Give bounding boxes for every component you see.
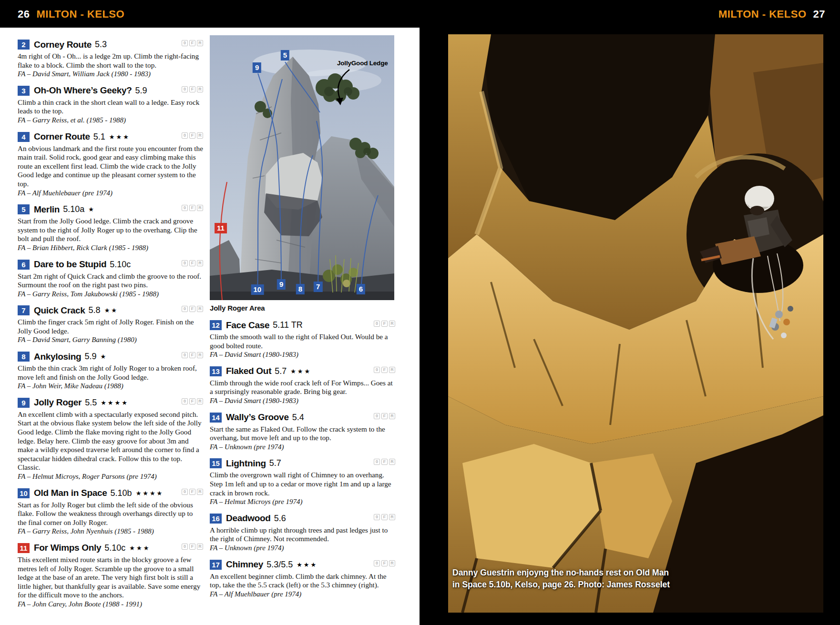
attribute-box-r: R xyxy=(197,260,203,266)
route-header: 2 Corney Route 5.3 0FR xyxy=(18,39,203,50)
attribute-box-0: 0 xyxy=(182,306,188,312)
route-header: 11 For Wimps Only 5.10c ★★★ 0FR xyxy=(18,543,203,554)
route-stars: ★ xyxy=(88,206,95,213)
route-name: Old Man in Space xyxy=(34,488,107,498)
attribute-box-f: F xyxy=(189,398,195,404)
route-number-badge: 13 xyxy=(210,366,222,376)
route-header: 5 Merlin 5.10a ★ 0FR xyxy=(18,204,203,215)
attribute-box-0: 0 xyxy=(182,544,188,550)
attribute-box-f: F xyxy=(189,306,195,312)
attribute-box-r: R xyxy=(389,459,395,465)
page-title-left: MILTON - KELSO xyxy=(36,8,124,20)
route-attribute-boxes: 0FR xyxy=(374,367,395,373)
route-first-ascent: FA – Unknown (pre 1974) xyxy=(210,443,395,452)
attribute-box-r: R xyxy=(197,352,203,358)
attribute-box-0: 0 xyxy=(182,205,188,211)
route-stars: ★★★ xyxy=(297,561,318,568)
route-number-badge: 12 xyxy=(210,320,222,330)
route-first-ascent: FA – Alf Muehlebauer (pre 1974) xyxy=(18,189,203,198)
crag-illustration xyxy=(210,35,394,300)
attribute-box-f: F xyxy=(381,321,388,327)
attribute-box-0: 0 xyxy=(182,260,188,266)
attribute-box-0: 0 xyxy=(374,367,380,373)
route-name: Face Case xyxy=(226,320,269,331)
route-attribute-boxes: 0FR xyxy=(374,514,395,520)
attribute-box-f: F xyxy=(189,352,195,358)
attribute-box-0: 0 xyxy=(182,132,188,139)
route-stars: ★★★ xyxy=(129,544,150,552)
route-entry: 16 Deadwood 5.6 0FR A horrible climb up … xyxy=(210,513,395,553)
left-page: 2 Corney Route 5.3 0FR 4m right of Oh - … xyxy=(0,28,420,625)
attribute-box-f: F xyxy=(381,367,388,373)
topo-route-badge-11: 11 xyxy=(215,223,227,233)
route-entry: 7 Quick Crack 5.8 ★★ 0FR Climb the finge… xyxy=(18,305,203,344)
route-first-ascent: FA – John Weir, Mike Nadeau (1988) xyxy=(18,382,203,391)
route-column-left: 2 Corney Route 5.3 0FR 4m right of Oh - … xyxy=(18,32,203,615)
route-first-ascent: FA – David Smart (1980-1983) xyxy=(210,350,395,359)
topo-caption: Jolly Roger Area xyxy=(210,303,395,313)
route-attribute-boxes: 0FR xyxy=(182,306,203,312)
route-description: Start as for Jolly Roger but climb the l… xyxy=(18,501,203,527)
route-number-badge: 3 xyxy=(18,86,30,96)
route-stars: ★★★ xyxy=(290,368,311,375)
topo-photo: JollyGood Ledge 5911109876 xyxy=(210,35,394,300)
route-header: 3 Oh-Oh Where’s Geeky? 5.9 0FR xyxy=(18,85,203,96)
route-name: Dare to be Stupid xyxy=(34,259,106,270)
route-first-ascent: FA – Unknown (pre 1974) xyxy=(210,544,395,553)
header-band: 26 MILTON - KELSO MILTON - KELSO 27 xyxy=(0,0,840,28)
attribute-box-0: 0 xyxy=(374,514,380,520)
route-entry: 15 Lightning 5.7 0FR Climb the overgrown… xyxy=(210,458,395,506)
route-entry: 13 Flaked Out 5.7 ★★★ 0FR Climb through … xyxy=(210,366,395,405)
route-description: An obvious landmark and the first route … xyxy=(18,144,203,189)
route-attribute-boxes: 0FR xyxy=(374,413,395,419)
route-entry: 4 Corner Route 5.1 ★★★ 0FR An obvious la… xyxy=(18,131,203,198)
attribute-box-f: F xyxy=(381,514,388,520)
route-grade: 5.10c xyxy=(110,260,131,270)
attribute-box-r: R xyxy=(197,86,203,92)
attribute-box-r: R xyxy=(389,413,395,419)
route-entry: 5 Merlin 5.10a ★ 0FR Start from the Joll… xyxy=(18,204,203,252)
topo-route-badge-8: 8 xyxy=(296,284,305,294)
attribute-box-r: R xyxy=(197,398,203,404)
route-first-ascent: FA – Helmut Microys (pre 1974) xyxy=(210,497,395,506)
route-header: 14 Wally’s Groove 5.4 0FR xyxy=(210,412,395,423)
right-page: Danny Guestrin enjoyng the no-hands rest… xyxy=(420,0,840,625)
route-entry: 17 Chimney 5.3/5.5 ★★★ 0FR An excellent … xyxy=(210,559,395,599)
route-stars: ★★★★ xyxy=(136,490,164,497)
photo-caption: Danny Guestrin enjoyng the no-hands rest… xyxy=(452,567,676,591)
route-grade: 5.8 xyxy=(89,305,101,315)
attribute-box-f: F xyxy=(189,40,195,46)
header-right: MILTON - KELSO 27 xyxy=(718,8,825,20)
route-attribute-boxes: 0FR xyxy=(182,352,203,358)
route-number-badge: 4 xyxy=(18,132,30,142)
cave-illustration xyxy=(448,34,823,613)
route-stars: ★★★★ xyxy=(101,399,129,406)
route-header: 13 Flaked Out 5.7 ★★★ 0FR xyxy=(210,366,395,377)
route-grade: 5.6 xyxy=(274,514,286,524)
attribute-box-r: R xyxy=(197,306,203,312)
route-number-badge: 17 xyxy=(210,560,222,570)
route-grade: 5.7 xyxy=(275,366,287,376)
attribute-box-0: 0 xyxy=(182,489,188,495)
attribute-box-r: R xyxy=(389,367,395,373)
route-entry: 8 Ankylosing 5.9 ★ 0FR Climb the thin cr… xyxy=(18,351,203,391)
route-header: 7 Quick Crack 5.8 ★★ 0FR xyxy=(18,305,203,316)
attribute-box-f: F xyxy=(189,260,195,266)
page-number-right: 27 xyxy=(813,8,825,20)
route-name: Quick Crack xyxy=(34,305,85,316)
route-first-ascent: FA – John Carey, John Boote (1988 - 1991… xyxy=(18,600,203,609)
topo-route-badge-9: 9 xyxy=(277,279,286,290)
route-number-badge: 11 xyxy=(18,543,30,553)
route-first-ascent: FA – Alf Muehlbauer (pre 1974) xyxy=(210,590,395,599)
route-number-badge: 16 xyxy=(210,514,222,524)
topo-route-badge-7: 7 xyxy=(314,282,322,292)
route-description: An excellent climb with a spectacularly … xyxy=(18,410,203,472)
route-attribute-boxes: 0FR xyxy=(374,459,395,465)
route-name: Ankylosing xyxy=(34,352,81,362)
route-attribute-boxes: 0FR xyxy=(182,205,203,211)
route-attribute-boxes: 0FR xyxy=(374,560,395,566)
route-first-ascent: FA – Helmut Microys, Roger Parsons (pre … xyxy=(18,472,203,481)
route-description: Climb the overgrown wall right of Chimne… xyxy=(210,471,395,497)
photo-caption-line1: Danny Guestrin enjoyng the no-hands rest… xyxy=(452,567,676,579)
route-grade: 5.3 xyxy=(95,40,107,50)
